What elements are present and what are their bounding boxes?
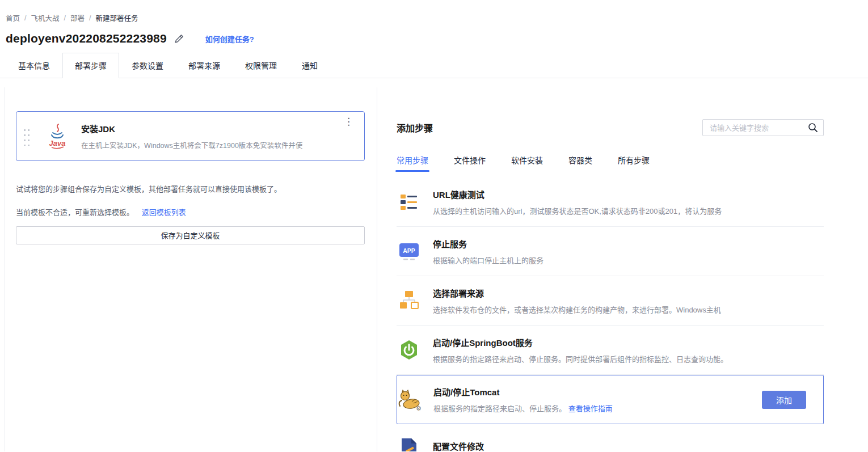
step-item-title: 配置文件修改 xyxy=(433,440,824,451)
breadcrumb-separator: / xyxy=(24,14,26,22)
category-tab-common[interactable]: 常用步骤 xyxy=(397,154,428,172)
step-item-text: 配置文件修改 xyxy=(433,440,824,451)
step-item-text: 停止服务 根据输入的端口停止主机上的服务 xyxy=(433,238,824,265)
category-tab-software-install[interactable]: 软件安装 xyxy=(511,154,543,172)
template-hint-row: 当前模板不合适，可重新选择模板。 返回模板列表 xyxy=(16,206,365,217)
tab-basic-info[interactable]: 基本信息 xyxy=(6,53,62,78)
step-card-title: 安装JDK xyxy=(81,122,345,134)
step-item-select-deploy-source[interactable]: 选择部署来源 选择软件发布仓的文件，或者选择某次构建任务的构建产物，来进行部署。… xyxy=(397,276,824,326)
step-item-tomcat[interactable]: ⚙ 启动/停止Tomcat 根据服务的指定路径来启动、停止服务。 查看操作指南 … xyxy=(397,375,824,424)
step-item-title: 启动/停止SpringBoot服务 xyxy=(433,336,824,348)
breadcrumb: 首页 / 飞机大战 / 部署 / 新建部署任务 xyxy=(6,12,868,23)
app-service-icon: APP xyxy=(397,241,422,261)
step-item-title: 选择部署来源 xyxy=(433,287,824,299)
deploy-task-page: 首页 / 飞机大战 / 部署 / 新建部署任务 deployenv2022082… xyxy=(0,0,868,451)
edit-title-button[interactable] xyxy=(174,34,184,44)
deploy-steps-panel: Java 安装JDK 在主机上安装JDK，Windows主机将会下载7z1900… xyxy=(5,87,377,451)
add-step-panel: 添加步骤 常用步骤 文件操作 软件安装 容器类 所有步骤 xyxy=(377,87,868,451)
drag-handle[interactable] xyxy=(22,126,30,146)
save-as-custom-template-button[interactable]: 保存为自定义模板 xyxy=(16,226,365,244)
svg-text:Java: Java xyxy=(49,139,66,147)
svg-text:⚙: ⚙ xyxy=(416,405,422,411)
back-to-template-list-link[interactable]: 返回模板列表 xyxy=(142,208,186,217)
step-item-text: 启动/停止SpringBoot服务 根据服务的指定路径来启动、停止服务。同时提供… xyxy=(433,336,824,364)
springboot-icon xyxy=(397,340,422,360)
tomcat-icon: ⚙ xyxy=(397,388,422,411)
category-tab-file-ops[interactable]: 文件操作 xyxy=(454,154,486,172)
tab-permission-management[interactable]: 权限管理 xyxy=(233,53,289,78)
java-icon: Java xyxy=(46,123,69,149)
breadcrumb-home[interactable]: 首页 xyxy=(6,12,20,23)
step-search-input[interactable] xyxy=(709,123,808,133)
how-to-create-task-link[interactable]: 如何创建任务? xyxy=(205,33,254,44)
step-item-stop-service[interactable]: APP 停止服务 根据输入的端口停止主机上的服务 xyxy=(397,227,824,276)
search-icon[interactable] xyxy=(808,122,818,133)
step-card-text: 安装JDK 在主机上安装JDK，Windows主机将会下载7z1900版本免安装… xyxy=(81,122,364,150)
step-item-title: 启动/停止Tomcat xyxy=(433,386,751,398)
step-category-tabs: 常用步骤 文件操作 软件安装 容器类 所有步骤 xyxy=(397,154,824,172)
step-search-box xyxy=(702,119,824,136)
step-card-install-jdk[interactable]: Java 安装JDK 在主机上安装JDK，Windows主机将会下载7z1900… xyxy=(16,111,365,161)
breadcrumb-separator: / xyxy=(64,14,66,22)
step-item-description: 根据输入的端口停止主机上的服务 xyxy=(433,255,824,265)
page-title: deployenv202208252223989 xyxy=(6,32,167,45)
template-tip-text: 试试将您的步骤组合保存为自定义模板，其他部署任务就可以直接使用该模板了。 xyxy=(16,184,365,195)
main-content: Java 安装JDK 在主机上安装JDK，Windows主机将会下载7z1900… xyxy=(5,87,868,451)
tab-parameter-settings[interactable]: 参数设置 xyxy=(119,53,176,78)
step-card-description: 在主机上安装JDK，Windows主机将会下载7z1900版本免安装软件并使 xyxy=(81,140,345,150)
step-item-description: 根据服务的指定路径来启动、停止服务。 查看操作指南 xyxy=(433,403,751,413)
view-operation-guide-link[interactable]: 查看操作指南 xyxy=(568,404,613,413)
step-item-description: 选择软件发布仓的文件，或者选择某次构建任务的构建产物，来进行部署。Windows… xyxy=(433,304,824,315)
step-item-url-health-check[interactable]: URL健康测试 从选择的主机访问输入的url，测试服务状态是否OK,请求状态码非… xyxy=(397,178,824,227)
breadcrumb-deploy[interactable]: 部署 xyxy=(70,12,85,23)
add-step-button[interactable]: 添加 xyxy=(762,391,806,409)
step-item-title: URL健康测试 xyxy=(433,188,824,200)
add-step-title: 添加步骤 xyxy=(397,121,433,134)
step-item-config-file-modify[interactable]: 配置文件修改 xyxy=(397,424,824,451)
category-tab-container[interactable]: 容器类 xyxy=(568,154,592,172)
tab-notification[interactable]: 通知 xyxy=(289,53,330,78)
step-item-description: 从选择的主机访问输入的url，测试服务状态是否OK,请求状态码非200或201，… xyxy=(433,205,824,216)
breadcrumb-current: 新建部署任务 xyxy=(96,12,138,23)
tab-deploy-source[interactable]: 部署来源 xyxy=(176,53,233,78)
step-item-description-text: 根据服务的指定路径来启动、停止服务。 xyxy=(433,404,566,413)
title-row: deployenv202208252223989 如何创建任务? xyxy=(6,32,868,45)
top-tab-bar: 基本信息 部署步骤 参数设置 部署来源 权限管理 通知 xyxy=(0,53,868,78)
add-step-header: 添加步骤 xyxy=(397,119,824,136)
deploy-source-icon xyxy=(397,290,422,311)
category-tab-all[interactable]: 所有步骤 xyxy=(618,154,650,172)
step-item-text: URL健康测试 从选择的主机访问输入的url，测试服务状态是否OK,请求状态码非… xyxy=(433,188,824,216)
breadcrumb-project[interactable]: 飞机大战 xyxy=(31,12,60,23)
step-item-springboot[interactable]: 启动/停止SpringBoot服务 根据服务的指定路径来启动、停止服务。同时提供… xyxy=(397,326,824,375)
step-item-text: 选择部署来源 选择软件发布仓的文件，或者选择某次构建任务的构建产物，来进行部署。… xyxy=(433,287,824,315)
step-list: URL健康测试 从选择的主机访问输入的url，测试服务状态是否OK,请求状态码非… xyxy=(397,178,824,451)
pencil-icon xyxy=(174,34,184,44)
svg-text:APP: APP xyxy=(403,247,415,254)
tab-deploy-steps[interactable]: 部署步骤 xyxy=(62,53,119,78)
step-item-text: 启动/停止Tomcat 根据服务的指定路径来启动、停止服务。 查看操作指南 xyxy=(433,386,751,413)
url-health-icon xyxy=(397,192,422,212)
step-item-description: 根据服务的指定路径来启动、停止服务。同时提供部署后组件的指标监控、日志查询功能。 xyxy=(433,353,824,364)
kebab-menu-icon[interactable]: ⋮ xyxy=(342,116,356,128)
breadcrumb-separator: / xyxy=(89,14,91,22)
step-item-title: 停止服务 xyxy=(433,238,824,250)
config-file-icon xyxy=(397,437,422,451)
template-hint-text: 当前模板不合适，可重新选择模板。 xyxy=(16,208,134,217)
